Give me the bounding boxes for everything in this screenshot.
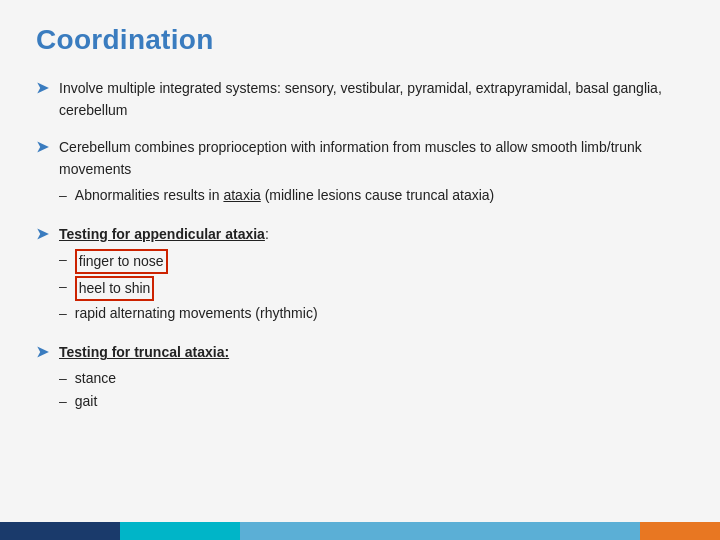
- bar-segment-light-blue: [240, 522, 640, 540]
- bullet-1: ➤ Involve multiple integrated systems: s…: [36, 78, 684, 121]
- dash-icon: –: [59, 391, 67, 412]
- bullet-arrow-3: ➤: [36, 225, 49, 243]
- bullet-4: ➤ Testing for truncal ataxia: – stance –…: [36, 342, 684, 414]
- bullet-main-text-2: Cerebellum combines proprioception with …: [59, 137, 684, 180]
- bullet-heading-3: Testing for appendicular ataxia:: [59, 224, 684, 246]
- bottom-bar: [0, 522, 720, 540]
- dash-icon: –: [59, 303, 67, 324]
- list-item: – Abnormalities results in ataxia (midli…: [59, 185, 684, 206]
- sub-item-before: Abnormalities results in: [75, 187, 224, 203]
- heading-underline-3: Testing for appendicular ataxia: [59, 226, 265, 242]
- bar-segment-orange: [640, 522, 720, 540]
- page-title: Coordination: [36, 24, 684, 56]
- heading-underline-4: Testing for truncal ataxia:: [59, 344, 229, 360]
- heading-suffix-3: :: [265, 226, 269, 242]
- bullet-arrow-4: ➤: [36, 343, 49, 361]
- list-item: – rapid alternating movements (rhythmic): [59, 303, 684, 324]
- sub-item-stance: stance: [75, 368, 116, 389]
- sub-list-4: – stance – gait: [59, 368, 684, 412]
- sub-item-gait: gait: [75, 391, 98, 412]
- list-item: – finger to nose: [59, 249, 684, 274]
- list-item: – stance: [59, 368, 684, 389]
- bullet-content-4: Testing for truncal ataxia: – stance – g…: [59, 342, 684, 414]
- highlight-item-2: heel to shin: [75, 276, 155, 301]
- dash-icon: –: [59, 368, 67, 389]
- bullet-3: ➤ Testing for appendicular ataxia: – fin…: [36, 224, 684, 327]
- page: Coordination ➤ Involve multiple integrat…: [0, 0, 720, 540]
- bullet-content-2: Cerebellum combines proprioception with …: [59, 137, 684, 207]
- dash-icon: –: [59, 185, 67, 206]
- sub-item-text: Abnormalities results in ataxia (midline…: [75, 185, 494, 206]
- sub-item-ataxia: ataxia: [223, 187, 260, 203]
- bullet-arrow-2: ➤: [36, 138, 49, 156]
- bar-segment-cyan: [120, 522, 240, 540]
- bullet-content-3: Testing for appendicular ataxia: – finge…: [59, 224, 684, 327]
- dash-icon: –: [59, 249, 67, 270]
- bullet-2: ➤ Cerebellum combines proprioception wit…: [36, 137, 684, 207]
- sub-item-text-3: rapid alternating movements (rhythmic): [75, 303, 318, 324]
- sub-item-after: (midline lesions cause truncal ataxia): [261, 187, 494, 203]
- dash-icon: –: [59, 276, 67, 297]
- list-item: – gait: [59, 391, 684, 412]
- bullet-content-1: Involve multiple integrated systems: sen…: [59, 78, 684, 121]
- bullet-text-1: Involve multiple integrated systems: sen…: [59, 78, 684, 121]
- bullet-arrow-1: ➤: [36, 79, 49, 97]
- sub-list-2: – Abnormalities results in ataxia (midli…: [59, 185, 684, 206]
- highlight-item-1: finger to nose: [75, 249, 168, 274]
- sub-list-3: – finger to nose – heel to shin – rapid …: [59, 249, 684, 324]
- bullet-heading-4: Testing for truncal ataxia:: [59, 342, 684, 364]
- list-item: – heel to shin: [59, 276, 684, 301]
- bar-segment-dark-blue: [0, 522, 120, 540]
